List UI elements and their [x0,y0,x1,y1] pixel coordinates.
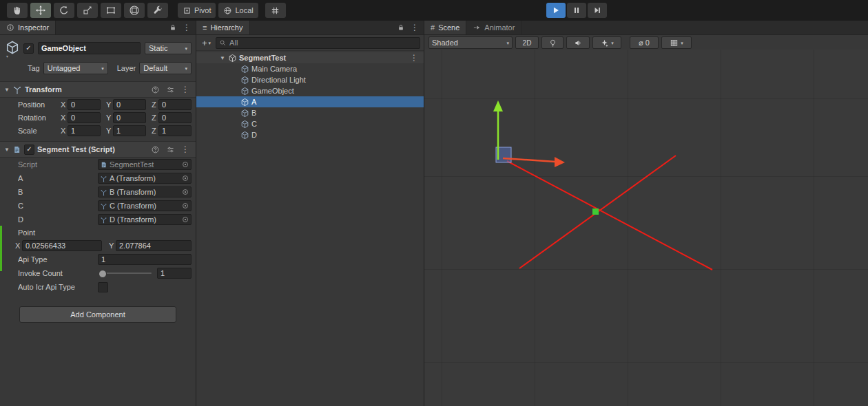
add-component-button[interactable]: Add Component [19,306,176,323]
draw-mode-dropdown[interactable]: Shaded ▾ [428,36,513,49]
gameobject-icon-picker[interactable]: ▾ [4,40,23,56]
grid-snap-button[interactable] [265,3,286,18]
scene-tabbar: # Scene Animator [424,21,868,35]
pivot-toggle-button[interactable]: Pivot [178,3,216,18]
segment-test-header[interactable]: ▼ ✓ Segment Test (Script) ⋮ [0,141,196,158]
layer-dropdown[interactable]: Default ▾ [139,62,192,74]
rotate-tool-button[interactable] [54,3,74,18]
foldout-icon[interactable]: ▼ [220,55,228,61]
component-menu-icon[interactable]: ⋮ [181,85,189,94]
ref-c-label: C [18,202,98,210]
hierarchy-item-b[interactable]: B [196,107,424,118]
scale-z-field[interactable]: 1 [158,125,192,136]
foldout-icon[interactable]: ▼ [4,87,12,93]
hierarchy-menu-icon[interactable]: ⋮ [411,23,419,32]
scene-root-row[interactable]: ▼ SegmentTest ⋮ [196,52,424,63]
rotation-z-field[interactable]: 0 [158,112,192,123]
object-picker-icon[interactable] [181,215,189,224]
ref-a-value: A (Transform) [110,174,156,182]
step-button[interactable] [588,3,607,18]
presets-icon[interactable] [166,85,175,94]
move-tool-button[interactable] [30,3,51,18]
custom-tool-button[interactable] [147,3,168,18]
ref-b-object-field[interactable]: B (Transform) [98,186,192,197]
scene-menu-icon[interactable]: ⋮ [410,54,424,62]
object-picker-icon[interactable] [181,202,189,210]
animator-tab-label: Animator [484,23,515,32]
lock-icon[interactable] [397,23,405,32]
lock-icon[interactable] [169,23,177,32]
presets-icon[interactable] [166,145,175,154]
help-icon[interactable] [151,145,160,154]
tab-hierarchy[interactable]: ≡ Hierarchy [196,21,250,34]
dropdown-arrow-icon: ▾ [209,41,211,45]
hierarchy-item-directional-light[interactable]: Directional Light [196,74,424,85]
2d-toggle-button[interactable]: 2D [515,36,539,49]
ref-a-object-field[interactable]: A (Transform) [98,173,192,184]
rect-tool-button[interactable] [101,3,121,18]
position-x-field[interactable]: 0 [68,99,101,110]
static-dropdown[interactable]: Static ▾ [145,42,192,54]
invoke-count-slider[interactable] [99,273,152,274]
component-menu-icon[interactable]: ⋮ [181,145,189,153]
effects-dropdown-button[interactable]: ▾ [592,36,621,49]
rotation-y-field[interactable]: 0 [113,112,146,123]
tab-inspector[interactable]: Inspector [0,21,56,34]
transform-title: Transform [25,85,62,94]
local-toggle-button[interactable]: Local [218,3,258,18]
lighting-toggle-button[interactable] [541,36,564,49]
scene-viewport[interactable] [424,50,868,406]
foldout-icon[interactable]: ▼ [4,147,12,153]
info-icon [6,23,14,32]
tab-animator[interactable]: Animator [466,21,521,34]
invoke-count-field[interactable]: 1 [157,268,192,279]
create-object-button[interactable]: + ▾ [200,37,213,48]
api-type-field[interactable]: 1 [98,254,192,265]
gameobject-name-field[interactable]: GameObject [38,42,141,54]
point-x-field[interactable]: 0.02566433 [22,240,102,251]
hierarchy-item-a-selected[interactable]: A [196,96,424,107]
position-y-field[interactable]: 0 [113,99,146,110]
script-object-field[interactable]: SegmentTest [98,159,192,170]
scene-visibility-button[interactable]: ⌀ 0 [630,36,659,49]
object-picker-icon[interactable] [181,160,189,169]
inspector-menu-icon[interactable]: ⋮ [183,23,191,32]
gameobject-active-checkbox[interactable]: ✓ [23,43,34,54]
script-row: Script SegmentTest [0,158,196,171]
transform-header[interactable]: ▼ Transform ⋮ [0,81,196,98]
hierarchy-search-input[interactable]: All [216,37,420,49]
hierarchy-item-gameobject[interactable]: GameObject [196,85,424,96]
invoke-count-row: Invoke Count 1 [0,266,196,280]
point-y-field[interactable]: 2.077864 [116,240,192,251]
play-button[interactable] [546,3,566,18]
hierarchy-item-main-camera[interactable]: Main Camera [196,63,424,74]
help-icon[interactable] [151,85,160,94]
grid-settings-button[interactable]: ▾ [661,36,692,49]
component-enabled-checkbox[interactable]: ✓ [24,145,34,155]
slider-handle[interactable] [99,270,107,278]
segment-test-component: ▼ ✓ Segment Test (Script) ⋮ Script Segme… [0,141,196,294]
tab-scene[interactable]: # Scene [424,21,466,34]
scale-y-field[interactable]: 1 [113,125,146,136]
rotation-x-field[interactable]: 0 [68,112,101,123]
position-z-field[interactable]: 0 [158,99,192,110]
gizmo-x-axis-arrowhead[interactable] [555,157,565,167]
hierarchy-item-c[interactable]: C [196,118,424,129]
view-hand-tool-button[interactable] [7,3,28,18]
object-picker-icon[interactable] [181,188,189,196]
ref-c-object-field[interactable]: C (Transform) [98,200,192,211]
hierarchy-tabbar: ≡ Hierarchy ⋮ [196,21,424,35]
pause-button[interactable] [567,3,586,18]
auto-icr-checkbox[interactable] [98,282,108,292]
scale-tool-button[interactable] [77,3,98,18]
object-picker-icon[interactable] [181,174,189,182]
tag-dropdown[interactable]: Untagged ▾ [43,62,108,74]
hierarchy-item-d[interactable]: D [196,129,424,140]
move-icon [35,5,46,16]
invoke-count-label: Invoke Count [18,269,98,277]
ref-d-object-field[interactable]: D (Transform) [98,214,192,225]
scale-x-field[interactable]: 1 [68,125,101,136]
transform-tool-button[interactable] [124,3,145,18]
gizmo-y-axis-arrowhead[interactable] [493,100,503,111]
audio-toggle-button[interactable] [566,36,590,49]
